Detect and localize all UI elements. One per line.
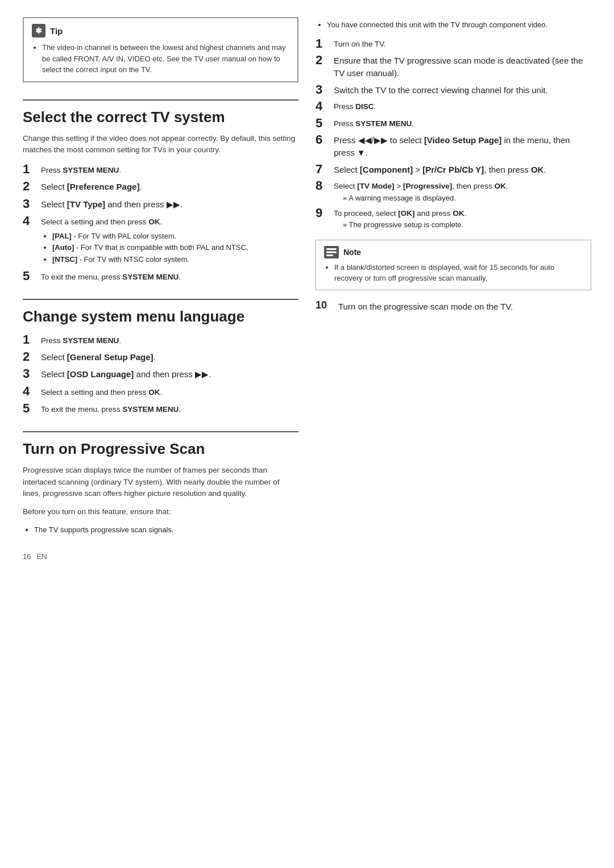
- right-step-text-3: Switch the TV to the correct viewing cha…: [334, 83, 548, 97]
- step-tv-1: 1 Press SYSTEM MENU.: [23, 162, 298, 176]
- section-desc-progressive: Progressive scan displays twice the numb…: [23, 465, 298, 499]
- right-step-text-6: Press ◀◀/▶▶ to select [Video Setup Page]…: [334, 133, 591, 160]
- right-step-num-10: 10: [316, 299, 336, 312]
- right-step-text-9: To proceed, select [OK] and press OK. Th…: [334, 206, 466, 231]
- section-change-language: Change system menu language 1 Press SYST…: [23, 299, 298, 415]
- section-divider-1: [23, 99, 298, 101]
- page-number: 16: [23, 552, 31, 561]
- step-lang-text-3: Select [OSD Language] and then press ▶▶.: [41, 367, 211, 381]
- section-select-tv-system: Select the correct TV system Change this…: [23, 99, 298, 283]
- step-num-5: 5: [23, 269, 39, 283]
- step-tv-5: 5 To exit the menu, press SYSTEM MENU.: [23, 269, 298, 283]
- right-step-text-4: Press DISC.: [334, 99, 376, 112]
- step-num-1: 1: [23, 162, 39, 176]
- right-steps: 1 Turn on the TV. 2 Ensure that the TV p…: [316, 37, 591, 231]
- right-step-10: 10 Turn on the progressive scan mode on …: [316, 299, 591, 314]
- step-lang-num-5: 5: [23, 402, 39, 415]
- section-title-progressive: Turn on Progressive Scan: [23, 440, 298, 458]
- tv-type-auto: [Auto] - For TV that is compatible with …: [52, 242, 248, 254]
- step-text-3: Select [TV Type] and then press ▶▶.: [41, 197, 182, 211]
- section-title-tv-system: Select the correct TV system: [23, 108, 298, 126]
- svg-rect-2: [326, 254, 333, 256]
- step-tv-2: 2 Select [Preference Page].: [23, 180, 298, 194]
- step-num-4: 4: [23, 214, 39, 228]
- svg-rect-0: [326, 248, 337, 250]
- step-lang-text-1: Press SYSTEM MENU.: [41, 333, 121, 347]
- step-lang-text-4: Select a setting and then press OK.: [41, 385, 162, 398]
- step-lang-5: 5 To exit the menu, press SYSTEM MENU.: [23, 402, 298, 415]
- right-step-num-4: 4: [316, 99, 331, 113]
- step-lang-1: 1 Press SYSTEM MENU.: [23, 333, 298, 347]
- right-step-text-1: Turn on the TV.: [334, 37, 386, 50]
- right-step-text-5: Press SYSTEM MENU.: [334, 116, 414, 130]
- before-text: Before you turn on this feature, ensure …: [23, 506, 298, 518]
- note-box: Note If a blank/distorted screen is disp…: [316, 240, 591, 290]
- right-step-3: 3 Switch the TV to the correct viewing c…: [316, 83, 591, 97]
- right-column: You have connected this unit with the TV…: [316, 17, 591, 561]
- tip-box: ✱ Tip The video-in channel is between th…: [23, 17, 298, 82]
- step-8-note: A warning message is displayed.: [343, 193, 508, 204]
- tip-text: The video-in channel is between the lowe…: [42, 42, 289, 76]
- language-steps: 1 Press SYSTEM MENU. 2 Select [General S…: [23, 333, 298, 416]
- section-desc-tv-system: Change this setting if the video does no…: [23, 133, 298, 156]
- right-step-7: 7 Select [Component] > [Pr/Cr Pb/Cb Y], …: [316, 162, 591, 177]
- right-step-num-5: 5: [316, 116, 331, 130]
- right-step-num-3: 3: [316, 83, 331, 97]
- section-title-language: Change system menu language: [23, 308, 298, 326]
- page-lang: EN: [36, 552, 47, 561]
- step-text-1: Press SYSTEM MENU.: [41, 162, 121, 176]
- step-lang-num-4: 4: [23, 385, 39, 398]
- step-num-2: 2: [23, 180, 39, 193]
- right-step-text-8: Select [TV Mode] > [Progressive], then p…: [334, 179, 508, 203]
- step-lang-num-2: 2: [23, 350, 39, 364]
- right-step-1: 1 Turn on the TV.: [316, 37, 591, 51]
- step-lang-4: 4 Select a setting and then press OK.: [23, 385, 298, 398]
- step-lang-text-5: To exit the menu, press SYSTEM MENU.: [41, 402, 181, 415]
- section-divider-3: [23, 431, 298, 432]
- step-lang-num-3: 3: [23, 367, 39, 381]
- right-step-8: 8 Select [TV Mode] > [Progressive], then…: [316, 179, 591, 203]
- right-step-text-7: Select [Component] > [Pr/Cr Pb/Cb Y], th…: [334, 162, 546, 177]
- section-divider-2: [23, 299, 298, 300]
- right-step-num-1: 1: [316, 37, 331, 51]
- step-9-note: The progressive setup is complete.: [343, 219, 466, 231]
- prereq-1: The TV supports progressive scan signals…: [34, 524, 298, 536]
- step-tv-3: 3 Select [TV Type] and then press ▶▶.: [23, 197, 298, 211]
- right-step-text-2: Ensure that the TV progressive scan mode…: [334, 53, 591, 80]
- step-num-3: 3: [23, 197, 39, 211]
- tv-system-steps: 1 Press SYSTEM MENU. 2 Select [Preferenc…: [23, 162, 298, 283]
- section-progressive-scan: Turn on Progressive Scan Progressive sca…: [23, 431, 298, 536]
- note-label: Note: [343, 248, 361, 257]
- right-intro-item: You have connected this unit with the TV…: [327, 19, 591, 31]
- tv-type-options: [PAL] - For TV with PAL color system. [A…: [52, 231, 248, 266]
- right-step-num-2: 2: [316, 53, 331, 67]
- tip-header: ✱ Tip: [32, 24, 289, 37]
- step-text-4: Select a setting and then press OK. [PAL…: [41, 214, 248, 266]
- svg-rect-1: [326, 251, 337, 253]
- step-lang-2: 2 Select [General Setup Page].: [23, 350, 298, 364]
- right-step-5: 5 Press SYSTEM MENU.: [316, 116, 591, 130]
- right-step-4: 4 Press DISC.: [316, 99, 591, 113]
- note-text: If a blank/distorted screen is displayed…: [334, 262, 583, 284]
- step-text-5: To exit the menu, press SYSTEM MENU.: [41, 269, 181, 283]
- step-lang-num-1: 1: [23, 333, 39, 347]
- right-step-num-6: 6: [316, 133, 331, 147]
- step-lang-text-2: Select [General Setup Page].: [41, 350, 156, 364]
- right-step-num-9: 9: [316, 206, 331, 220]
- right-intro-list: You have connected this unit with the TV…: [327, 19, 591, 31]
- page-footer: 16 EN: [23, 552, 298, 561]
- tip-icon: ✱: [32, 24, 45, 37]
- right-step-9: 9 To proceed, select [OK] and press OK. …: [316, 206, 591, 231]
- tip-label: Tip: [50, 26, 63, 36]
- right-step-num-8: 8: [316, 179, 331, 193]
- step-text-2: Select [Preference Page].: [41, 180, 142, 194]
- note-header: Note: [324, 246, 583, 258]
- right-step-6: 6 Press ◀◀/▶▶ to select [Video Setup Pag…: [316, 133, 591, 160]
- right-step-num-7: 7: [316, 162, 331, 176]
- tv-type-ntsc: [NTSC] - For TV with NTSC color system.: [52, 254, 248, 266]
- right-step-2: 2 Ensure that the TV progressive scan mo…: [316, 53, 591, 80]
- tv-type-pal: [PAL] - For TV with PAL color system.: [52, 231, 248, 243]
- progressive-prereqs: The TV supports progressive scan signals…: [34, 524, 298, 536]
- step-tv-4: 4 Select a setting and then press OK. [P…: [23, 214, 298, 266]
- right-step-text-10: Turn on the progressive scan mode on the…: [338, 299, 513, 314]
